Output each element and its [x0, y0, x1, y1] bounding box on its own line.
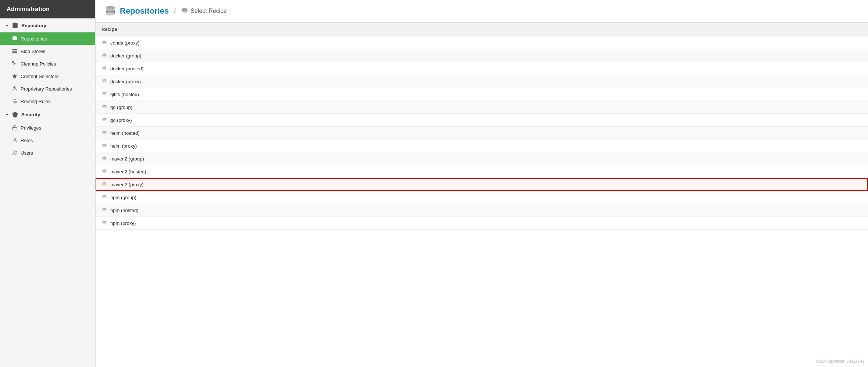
sidebar: Administration ▼ Repository Repositories… [0, 0, 96, 367]
security-section-icon [12, 111, 18, 118]
blob-stores-icon [12, 48, 18, 54]
breadcrumb-label: Select Recipe [190, 8, 227, 14]
collapse-arrow-security: ▼ [5, 113, 9, 117]
svg-point-12 [15, 151, 17, 152]
table-row[interactable]: npm (group) [96, 191, 868, 204]
watermark: CSDN @weixin_38327741 [816, 359, 864, 363]
svg-point-58 [103, 197, 107, 198]
roles-icon [12, 137, 18, 143]
table-row[interactable]: docker (hosted) [96, 62, 868, 75]
svg-point-11 [13, 151, 15, 152]
recipe-cell: helm (hosted) [96, 127, 868, 140]
recipe-name: maven2 (group) [110, 156, 144, 162]
svg-rect-4 [12, 52, 17, 53]
svg-point-28 [103, 68, 107, 70]
recipe-cell: maven2 (group) [96, 152, 868, 165]
row-db-icon [101, 194, 107, 200]
svg-marker-5 [12, 74, 17, 78]
recipe-cell: npm (hosted) [96, 204, 868, 217]
sidebar-item-routing-rules-label: Routing Rules [21, 99, 51, 104]
row-db-icon [101, 169, 107, 174]
sidebar-item-privileges-label: Privileges [21, 125, 41, 131]
sidebar-item-cleanup-policies[interactable]: Cleanup Policies [0, 57, 95, 70]
breadcrumb-separator: / [174, 7, 176, 15]
row-db-icon [101, 207, 107, 213]
table-row[interactable]: npm (hosted) [96, 204, 868, 217]
recipe-name: helm (proxy) [110, 143, 137, 149]
recipe-name: maven2 (proxy) [110, 182, 143, 187]
sidebar-item-content-selectors-label: Content Selectors [21, 74, 58, 79]
table-row[interactable]: maven2 (proxy) [96, 178, 868, 191]
table-row[interactable]: conda (proxy) [96, 36, 868, 49]
table-container: Recipe ↑ conda (proxy) [96, 23, 868, 367]
sidebar-item-cleanup-policies-label: Cleanup Policies [21, 61, 56, 67]
recipe-cell: go (group) [96, 101, 868, 114]
sidebar-item-proprietary-repos-label: Proprietary Repositories [21, 86, 72, 92]
repositories-icon [12, 36, 18, 42]
svg-point-15 [106, 8, 115, 11]
sidebar-item-blob-stores-label: Blob Stores [21, 49, 45, 54]
main-header: Repositories / Select Recipe [96, 0, 868, 23]
sidebar-item-blob-stores[interactable]: Blob Stores [0, 45, 95, 57]
row-db-icon [101, 104, 107, 110]
breadcrumb-icon [181, 7, 188, 15]
row-db-icon [101, 53, 107, 59]
recipe-cell: go (proxy) [96, 114, 868, 127]
sidebar-item-repositories[interactable]: Repositories [0, 32, 95, 45]
recipe-name: go (group) [110, 105, 132, 110]
table-row[interactable]: go (group) [96, 101, 868, 114]
sort-arrow: ↑ [120, 27, 122, 32]
table-row[interactable]: maven2 (hosted) [96, 165, 868, 178]
table-row[interactable]: helm (hosted) [96, 127, 868, 140]
recipe-cell: npm (group) [96, 191, 868, 204]
column-header-recipe[interactable]: Recipe ↑ [96, 23, 868, 36]
privileges-icon [12, 125, 18, 131]
row-db-icon [101, 78, 107, 84]
breadcrumb-sub: Select Recipe [181, 7, 227, 15]
sidebar-item-proprietary-repos[interactable]: Proprietary Repositories [0, 82, 95, 95]
content-selectors-icon [12, 73, 18, 79]
table-row[interactable]: npm (proxy) [96, 217, 868, 230]
sidebar-section-repository[interactable]: ▼ Repository [0, 18, 95, 32]
recipe-cell: gitlfs (hosted) [96, 88, 868, 101]
svg-point-19 [182, 11, 187, 13]
svg-rect-3 [12, 51, 17, 52]
table-row[interactable]: docker (group) [96, 49, 868, 62]
recipe-cell: npm (proxy) [96, 217, 868, 230]
row-db-icon [101, 156, 107, 162]
row-db-icon [101, 130, 107, 136]
table-row[interactable]: maven2 (group) [96, 152, 868, 165]
table-row[interactable]: gitlfs (hosted) [96, 88, 868, 101]
recipe-name: gitlfs (hosted) [110, 92, 139, 97]
sidebar-item-users[interactable]: Users [0, 147, 95, 159]
recipe-cell: maven2 (hosted) [96, 165, 868, 178]
recipe-cell: maven2 (proxy) [96, 178, 868, 191]
recipe-cell: conda (proxy) [96, 36, 868, 49]
repository-section-icon [12, 22, 18, 29]
table-header-row: Recipe ↑ [96, 23, 868, 36]
recipe-cell: docker (hosted) [96, 62, 868, 75]
row-db-icon [101, 143, 107, 149]
sidebar-item-users-label: Users [21, 150, 33, 156]
row-db-icon [101, 40, 107, 46]
svg-rect-9 [12, 127, 17, 130]
row-db-icon [101, 91, 107, 97]
row-db-icon [101, 181, 107, 187]
svg-point-52 [103, 172, 107, 173]
table-row[interactable]: go (proxy) [96, 114, 868, 127]
table-row[interactable]: docker (proxy) [96, 75, 868, 88]
sidebar-item-roles[interactable]: Roles [0, 134, 95, 147]
svg-point-31 [103, 81, 107, 82]
table-row[interactable]: helm (proxy) [96, 140, 868, 152]
svg-point-40 [103, 120, 107, 121]
recipe-cell: docker (proxy) [96, 75, 868, 88]
recipe-name: docker (hosted) [110, 66, 143, 71]
sidebar-section-security[interactable]: ▼ Security [0, 107, 95, 121]
sidebar-item-privileges[interactable]: Privileges [0, 121, 95, 134]
sidebar-item-routing-rules[interactable]: Routing Rules [0, 95, 95, 107]
svg-point-49 [103, 159, 107, 160]
sidebar-header: Administration [0, 0, 95, 18]
recipe-name: maven2 (hosted) [110, 169, 146, 174]
sidebar-item-content-selectors[interactable]: Content Selectors [0, 70, 95, 82]
recipe-name: npm (proxy) [110, 220, 136, 226]
